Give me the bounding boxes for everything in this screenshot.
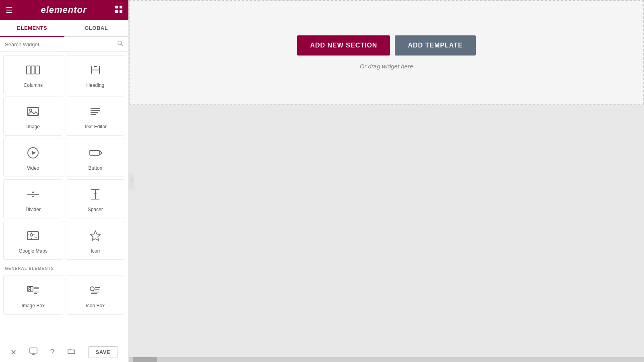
google-maps-label: Google Maps [19,248,47,254]
image-box-label: Image Box [22,303,45,309]
svg-rect-0 [115,6,118,8]
video-icon [26,146,40,162]
icon-icon [88,228,103,245]
svg-rect-30 [27,232,39,240]
search-input[interactable] [5,41,117,47]
svg-rect-7 [31,66,35,74]
svg-rect-8 [36,66,39,74]
widget-image-box[interactable]: Image Box [3,276,63,315]
divider-label: Divider [26,207,41,212]
widget-video[interactable]: Video [3,138,63,177]
save-button[interactable]: SAVE [88,346,118,358]
svg-rect-21 [90,150,99,155]
main-canvas: ADD NEW SECTION ADD TEMPLATE Or drag wid… [129,0,644,362]
icon-box-label: Icon Box [86,303,105,309]
heading-icon [88,63,103,79]
widgets-area: Columns Heading [0,52,128,342]
sidebar: ☰ elementor ELEMENTS GLOBAL [0,0,129,362]
svg-marker-36 [91,231,100,241]
bottom-bar: ✕ ? SAVE [0,342,128,362]
search-bar [0,37,128,52]
icon-box-icon [88,283,103,300]
logo: elementor [41,5,87,15]
canvas-scrollbar[interactable] [129,357,644,362]
tab-elements[interactable]: ELEMENTS [0,20,64,37]
svg-point-14 [29,109,32,111]
search-icon [117,40,124,48]
spacer-icon [88,187,103,204]
desktop-icon[interactable] [29,347,37,357]
svg-rect-48 [30,348,37,353]
tab-global[interactable]: GLOBAL [64,20,129,36]
svg-rect-3 [120,10,122,13]
svg-point-43 [90,287,94,291]
canvas-scrollbar-thumb [133,357,157,362]
svg-point-31 [30,234,33,236]
add-template-button[interactable]: ADD TEMPLATE [395,35,475,56]
widget-text-editor[interactable]: Text Editor [66,97,126,136]
svg-rect-2 [115,10,118,13]
drop-zone-buttons: ADD NEW SECTION ADD TEMPLATE [297,35,475,56]
svg-marker-28 [94,192,97,194]
columns-label: Columns [24,82,43,88]
columns-icon [26,63,40,79]
widget-image[interactable]: Image [3,97,63,136]
widget-button[interactable]: Button [66,138,126,177]
svg-marker-20 [32,151,36,155]
google-maps-icon [26,228,40,245]
svg-marker-23 [32,191,34,193]
button-icon [88,146,103,162]
svg-point-4 [118,41,122,45]
svg-marker-29 [94,195,97,197]
collapse-arrow[interactable]: ‹ [128,173,134,189]
video-label: Video [27,165,39,171]
svg-rect-6 [27,66,30,74]
svg-rect-1 [120,6,122,8]
button-label: Button [88,165,102,171]
heading-label: Heading [86,82,104,88]
svg-marker-24 [32,196,34,197]
widgets-grid: Columns Heading [3,55,125,315]
text-editor-icon [88,104,103,121]
image-box-icon [26,283,40,300]
spacer-label: Spacer [88,207,103,212]
grid-icon[interactable] [115,5,123,15]
drop-zone: ADD NEW SECTION ADD TEMPLATE Or drag wid… [129,0,644,105]
widget-icon[interactable]: Icon [66,221,126,260]
drag-hint: Or drag widget here [360,63,413,70]
close-icon[interactable]: ✕ [10,348,17,357]
divider-icon [26,187,40,204]
widget-columns[interactable]: Columns [3,55,63,94]
canvas-content: ADD NEW SECTION ADD TEMPLATE Or drag wid… [129,0,644,362]
hamburger-icon[interactable]: ☰ [6,5,13,15]
top-bar: ☰ elementor [0,0,128,20]
folder-icon[interactable] [67,347,75,357]
image-label: Image [27,124,40,130]
add-new-section-button[interactable]: ADD NEW SECTION [297,35,390,56]
svg-line-5 [121,44,123,46]
help-icon[interactable]: ? [50,348,54,356]
tabs: ELEMENTS GLOBAL [0,20,128,37]
widget-heading[interactable]: Heading [66,55,126,94]
text-editor-label: Text Editor [84,124,107,130]
general-elements-label: GENERAL ELEMENTS [3,262,125,273]
image-icon [26,104,40,121]
widget-google-maps[interactable]: Google Maps [3,221,63,260]
widget-divider[interactable]: Divider [3,179,63,218]
icon-label: Icon [91,248,100,254]
widget-icon-box[interactable]: Icon Box [66,276,126,315]
svg-rect-13 [27,107,39,115]
widget-spacer[interactable]: Spacer [66,179,126,218]
